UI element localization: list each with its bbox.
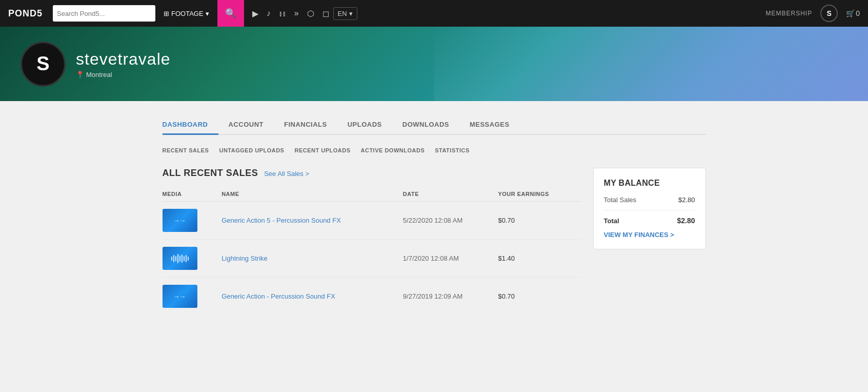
view-finances-link[interactable]: VIEW MY FINANCES > [604, 231, 695, 239]
motion-icon[interactable]: » [294, 9, 299, 18]
item-name-link[interactable]: Generic Action 5 - Percussion Sound FX [221, 217, 341, 224]
table-row: Lightning Strike 1/7/2020 12:08 AM $1.40 [163, 240, 581, 278]
item-date: 1/7/2020 12:08 AM [403, 254, 459, 262]
name-cell: Generic Action 5 - Percussion Sound FX [221, 202, 403, 240]
footage-chevron-icon: ▾ [206, 10, 209, 17]
profile-avatar-initial: S [36, 53, 49, 75]
item-earnings: $0.70 [498, 292, 515, 300]
location-icon: 📍 [76, 71, 84, 79]
language-selector[interactable]: EN ▾ [333, 7, 357, 20]
subtab-statistics[interactable]: STATISTICS [435, 145, 470, 155]
item-earnings: $1.40 [498, 254, 515, 262]
profile-location: 📍 Montreal [76, 71, 171, 79]
dashboard-sidebar: MY BALANCE Total Sales $2.80 Total $2.80… [593, 168, 706, 315]
user-avatar[interactable]: S [820, 5, 838, 22]
item-earnings: $0.70 [498, 217, 515, 224]
media-thumbnail[interactable]: →→ [163, 285, 197, 308]
cart-button[interactable]: 🛒 0 [846, 9, 860, 17]
tab-uploads[interactable]: UPLOADS [337, 115, 392, 135]
content-wrap: DASHBOARD ACCOUNT FINANCIALS UPLOADS DOW… [152, 101, 716, 329]
subtab-recent-uploads[interactable]: RECENT UPLOADS [294, 145, 350, 155]
main-tabs: DASHBOARD ACCOUNT FINANCIALS UPLOADS DOW… [163, 115, 706, 135]
footage-label: FOOTAGE [171, 10, 204, 17]
media-thumbnail[interactable] [163, 247, 197, 270]
dashboard-main: ALL RECENT SALES See All Sales > MEDIA N… [163, 168, 581, 315]
media-cell: →→ [163, 202, 222, 240]
navbar-right: MEMBERSHIP S 🛒 0 [766, 5, 860, 22]
media-cell: →→ [163, 278, 222, 316]
item-date: 9/27/2019 12:09 AM [403, 292, 462, 300]
profile-username: stevetravale [76, 50, 171, 69]
sales-section-title: ALL RECENT SALES [163, 168, 258, 179]
audio-icon[interactable]: ⫿⫿ [279, 10, 286, 17]
footage-dropdown-btn[interactable]: ⊞ FOOTAGE ▾ [159, 0, 213, 27]
total-label: Total [604, 217, 619, 225]
profile-avatar: S [21, 42, 66, 87]
music-icon[interactable]: ♪ [267, 9, 271, 18]
tab-dashboard[interactable]: DASHBOARD [163, 115, 218, 135]
col-earnings: YOUR EARNINGS [498, 187, 580, 202]
total-value: $2.80 [677, 217, 695, 225]
date-cell: 9/27/2019 12:09 AM [403, 278, 498, 316]
dashboard-layout: ALL RECENT SALES See All Sales > MEDIA N… [163, 168, 706, 315]
item-name-link[interactable]: Lightning Strike [221, 254, 268, 262]
3d-icon[interactable]: ◻ [322, 9, 329, 18]
table-row: →→ Generic Action 5 - Percussion Sound F… [163, 202, 581, 240]
name-cell: Lightning Strike [221, 240, 403, 278]
media-cell [163, 240, 222, 278]
total-sales-label: Total Sales [604, 196, 637, 204]
tab-messages[interactable]: MESSAGES [459, 115, 520, 135]
waveform-icon [171, 253, 189, 264]
cart-icon: 🛒 [846, 9, 855, 17]
video-icon[interactable]: ▶ [252, 9, 258, 18]
lang-label: EN [338, 10, 347, 17]
total-sales-row: Total Sales $2.80 [604, 196, 695, 204]
name-cell: Generic Action - Percussion Sound FX [221, 278, 403, 316]
col-date: DATE [403, 187, 498, 202]
tab-financials[interactable]: FINANCIALS [274, 115, 337, 135]
avatar-initial: S [827, 9, 832, 17]
sub-tabs: RECENT SALES UNTAGGED UPLOADS RECENT UPL… [163, 145, 706, 155]
sales-section-header: ALL RECENT SALES See All Sales > [163, 168, 581, 179]
search-wrap [53, 5, 155, 22]
subtab-active-downloads[interactable]: ACTIVE DOWNLOADS [361, 145, 425, 155]
item-name-link[interactable]: Generic Action - Percussion Sound FX [221, 292, 335, 300]
profile-info: stevetravale 📍 Montreal [76, 50, 171, 79]
navbar: POND5 ⊞ FOOTAGE ▾ 🔍 ▶ ♪ ⫿⫿ » ⬡ ◻ EN ▾ ME… [0, 0, 868, 27]
membership-link[interactable]: MEMBERSHIP [766, 10, 813, 17]
col-name: NAME [221, 187, 403, 202]
subtab-untagged-uploads[interactable]: UNTAGGED UPLOADS [219, 145, 284, 155]
media-thumbnail[interactable]: →→ [163, 209, 197, 232]
sales-table: MEDIA NAME DATE YOUR EARNINGS →→ Generic… [163, 187, 581, 315]
search-icon: 🔍 [225, 8, 236, 19]
balance-card: MY BALANCE Total Sales $2.80 Total $2.80… [593, 168, 706, 249]
search-button[interactable]: 🔍 [217, 0, 244, 27]
subtab-recent-sales[interactable]: RECENT SALES [163, 145, 209, 155]
tab-account[interactable]: ACCOUNT [218, 115, 274, 135]
photo-icon[interactable]: ⬡ [307, 9, 314, 18]
table-header-row: MEDIA NAME DATE YOUR EARNINGS [163, 187, 581, 202]
table-row: →→ Generic Action - Percussion Sound FX … [163, 278, 581, 316]
arrow-waveform-icon: →→ [174, 293, 186, 300]
lang-chevron-icon: ▾ [349, 10, 353, 17]
brand-logo[interactable]: POND5 [8, 8, 43, 19]
earnings-cell: $1.40 [498, 240, 580, 278]
location-text: Montreal [86, 71, 112, 79]
total-row: Total $2.80 [604, 217, 695, 225]
balance-title: MY BALANCE [604, 179, 695, 188]
tab-downloads[interactable]: DOWNLOADS [392, 115, 459, 135]
see-all-sales-link[interactable]: See All Sales > [264, 170, 309, 178]
earnings-cell: $0.70 [498, 278, 580, 316]
cart-count: 0 [856, 9, 860, 17]
arrow-waveform-icon: →→ [174, 217, 186, 224]
footage-icon: ⊞ [164, 10, 169, 17]
search-input[interactable] [57, 10, 129, 17]
profile-header: S stevetravale 📍 Montreal [0, 27, 868, 101]
balance-divider [604, 210, 695, 210]
date-cell: 5/22/2020 12:08 AM [403, 202, 498, 240]
total-sales-value: $2.80 [678, 196, 695, 204]
media-type-icons: ▶ ♪ ⫿⫿ » ⬡ ◻ [252, 9, 329, 18]
col-media: MEDIA [163, 187, 222, 202]
date-cell: 1/7/2020 12:08 AM [403, 240, 498, 278]
item-date: 5/22/2020 12:08 AM [403, 217, 462, 224]
